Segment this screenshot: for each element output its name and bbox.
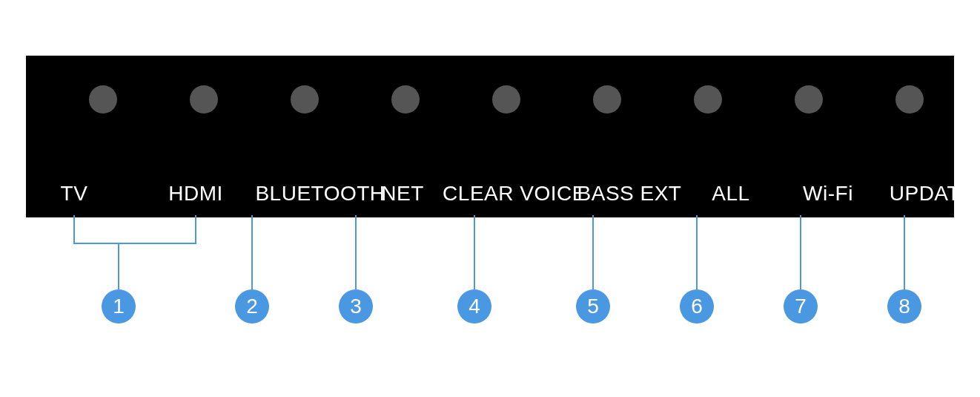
callout-badge: 2 (235, 289, 269, 324)
indicator-label: Wi-Fi (803, 182, 853, 206)
led-indicator (795, 85, 823, 114)
led-indicator (492, 85, 520, 114)
callout-badge: 7 (784, 289, 818, 324)
callout-badge: 4 (457, 289, 491, 324)
indicator-label: TV (61, 182, 88, 206)
led-indicator (694, 85, 722, 114)
callout-badge: 8 (887, 289, 921, 324)
led-indicator (89, 85, 117, 114)
indicator-panel: TVHDMIBLUETOOTHNETCLEAR VOICEBASS EXTALL… (26, 56, 954, 217)
callout-badge: 1 (102, 289, 136, 324)
indicator-label: HDMI (168, 182, 223, 206)
callout-badge: 5 (576, 289, 610, 324)
indicator-label: ALL (712, 182, 749, 206)
led-indicator (593, 85, 621, 114)
led-indicator (291, 85, 319, 114)
indicator-label: BASS EXT (577, 182, 682, 206)
indicator-label: CLEAR VOICE (443, 182, 586, 206)
indicator-label: BLUETOOTH (255, 182, 385, 206)
callout-badge: 3 (339, 289, 373, 324)
callout-badge: 6 (680, 289, 714, 324)
indicator-label: NET (381, 182, 424, 206)
led-indicator (895, 85, 924, 114)
led-indicator (190, 85, 218, 114)
led-indicator (391, 85, 420, 114)
indicator-label: UPDATE (890, 182, 975, 206)
